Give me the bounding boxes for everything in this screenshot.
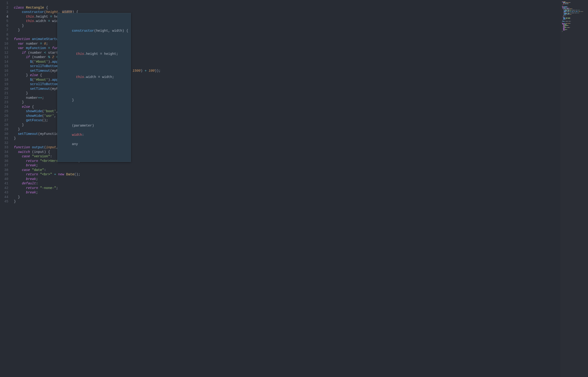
code-line[interactable]: break; — [14, 177, 560, 182]
line-number: 4 — [0, 15, 8, 19]
hover-line1-text: constructor(height, width) { — [72, 29, 128, 33]
minimap[interactable] — [560, 0, 588, 377]
line-number: 30 — [0, 132, 8, 136]
line-number: 34 — [0, 150, 8, 154]
minimap-canvas — [562, 1, 587, 32]
line-number: 26 — [0, 114, 8, 118]
line-number: 28 — [0, 123, 8, 128]
hover-sig-line1: constructor(height, width) { — [72, 29, 128, 33]
hover-line2-rest: .height = height; — [84, 52, 118, 56]
line-number: 29 — [0, 127, 8, 132]
line-number: 33 — [0, 145, 8, 150]
line-number: 9 — [0, 37, 8, 42]
line-number: 20 — [0, 87, 8, 91]
code-line[interactable]: return "-none-"; — [14, 186, 560, 191]
hover-type-label: (parameter) — [72, 124, 94, 128]
line-number: 43 — [0, 190, 8, 195]
line-number: 2 — [0, 6, 8, 10]
line-number: 27 — [0, 118, 8, 123]
hover-tooltip: constructor(height, width) { this.height… — [57, 13, 131, 162]
line-number: 13 — [0, 55, 8, 60]
line-number: 14 — [0, 60, 8, 64]
code-line[interactable]: } — [14, 195, 560, 200]
line-number: 39 — [0, 172, 8, 177]
hover-line2-this: this — [76, 52, 84, 56]
line-number: 12 — [0, 51, 8, 55]
hover-line3-this: this — [76, 75, 84, 79]
code-line[interactable]: default: — [14, 181, 560, 186]
hover-line4: } — [72, 98, 74, 102]
code-line[interactable]: } — [14, 199, 560, 204]
line-number: 16 — [0, 69, 8, 73]
line-number: 25 — [0, 109, 8, 114]
line-number: 10 — [0, 42, 8, 46]
line-number: 11 — [0, 46, 8, 51]
line-number: 7 — [0, 28, 8, 33]
line-number: 21 — [0, 91, 8, 96]
line-number: 42 — [0, 186, 8, 191]
line-number: 6 — [0, 24, 8, 28]
line-number: 17 — [0, 73, 8, 78]
hover-type-colon: : — [82, 133, 84, 137]
line-number: 15 — [0, 64, 8, 69]
code-editor[interactable]: 1234567891011121314151617181920212223242… — [0, 0, 588, 377]
line-number: 22 — [0, 96, 8, 100]
line-number: 18 — [0, 78, 8, 82]
code-line[interactable]: break; — [14, 190, 560, 195]
line-number: 5 — [0, 19, 8, 24]
line-number: 41 — [0, 181, 8, 186]
hover-type-name: width — [72, 133, 82, 137]
line-number: 19 — [0, 82, 8, 87]
hover-type-type: any — [72, 142, 78, 146]
code-line[interactable]: return "<br>" + new Date(); — [14, 172, 560, 177]
line-number: 32 — [0, 141, 8, 145]
code-line[interactable]: class Rectangle { — [14, 6, 560, 10]
line-number: 40 — [0, 177, 8, 182]
line-number-gutter: 1234567891011121314151617181920212223242… — [0, 0, 11, 377]
line-number: 36 — [0, 159, 8, 164]
code-line[interactable]: break; — [14, 163, 560, 168]
line-number: 45 — [0, 199, 8, 204]
line-number: 1 — [0, 1, 8, 6]
line-number: 8 — [0, 33, 8, 37]
line-number: 35 — [0, 154, 8, 159]
code-line[interactable] — [14, 1, 560, 6]
line-number: 37 — [0, 163, 8, 168]
line-number: 44 — [0, 195, 8, 200]
line-number: 31 — [0, 136, 8, 141]
line-number: 38 — [0, 168, 8, 173]
line-number: 24 — [0, 105, 8, 109]
line-number: 23 — [0, 100, 8, 105]
code-line[interactable]: case "date": — [14, 168, 560, 173]
hover-line3-rest: .width = width; — [84, 75, 114, 79]
line-number: 3 — [0, 10, 8, 15]
